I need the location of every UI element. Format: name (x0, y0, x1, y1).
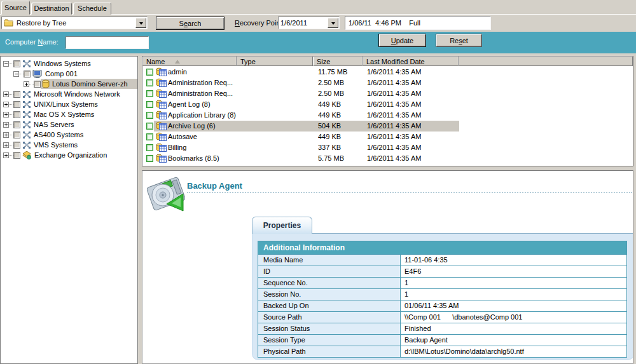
tab-destination[interactable]: Destination (31, 3, 72, 15)
organization-icon (22, 151, 32, 159)
file-row-administration-req-1[interactable]: Administration Req... 2.50 MB 1/6/2011 4… (142, 78, 633, 88)
expand-icon[interactable] (3, 142, 9, 148)
tree-checkbox[interactable] (13, 142, 20, 149)
file-row-admin[interactable]: admin 11.75 MB 1/6/2011 4:35 AM (142, 67, 633, 78)
row-checkbox[interactable] (146, 101, 153, 108)
computer-name-input[interactable] (66, 36, 149, 49)
file-row-autosave[interactable]: Autosave 449 KB 1/6/2011 4:35 AM (142, 131, 633, 142)
expand-icon[interactable] (24, 81, 29, 87)
network-icon (22, 131, 31, 139)
row-value: d:\IBM\Lotus\Domino\data\archlg50.ntf (401, 346, 626, 357)
database-icon (42, 79, 50, 88)
column-header-size[interactable]: Size (313, 57, 363, 66)
tree-item-nas-servers[interactable]: NAS Servers (1, 119, 137, 130)
tree-checkbox[interactable] (34, 81, 41, 88)
tab-source[interactable]: Source (1, 1, 30, 15)
tree-item-unix-linux-systems[interactable]: UNIX/Linux Systems (1, 99, 137, 109)
column-header-filler (459, 57, 633, 66)
row-checkbox[interactable] (146, 123, 153, 130)
row-checkbox[interactable] (146, 155, 153, 162)
tree-checkbox[interactable] (13, 131, 20, 138)
recovery-detail-field[interactable]: 1/06/11 4:46 PM Full (345, 16, 491, 30)
recovery-point-value: 1/6/2011 (279, 19, 328, 27)
file-row-agent-log[interactable]: Agent Log (8) 449 KB 1/6/2011 4:35 AM (142, 99, 633, 110)
network-icon (22, 141, 31, 149)
tab-destination-label: Destination (34, 4, 69, 12)
row-label: Session Type (258, 335, 401, 346)
recovery-point-label: Recovery Point: (235, 19, 284, 27)
tree-item-microsoft-windows-network[interactable]: Microsoft Windows Network (1, 89, 137, 99)
tree-checkbox[interactable] (13, 60, 20, 67)
row-label: ID (258, 266, 401, 277)
notes-database-icon (156, 121, 167, 130)
row-label: Backed Up On (258, 300, 401, 311)
row-value: Backup Agent (401, 335, 626, 346)
table-row: Backed Up On 01/06/11 4:35 AM (258, 300, 626, 311)
expand-icon[interactable] (3, 132, 9, 138)
table-row: Media Name 11-01-06 4:35 (258, 254, 626, 266)
chevron-down-icon (331, 22, 335, 27)
recovery-point-combobox[interactable]: 1/6/2011 (278, 17, 340, 29)
notes-database-icon (156, 143, 167, 152)
update-button[interactable]: Update (378, 34, 426, 47)
collapse-icon[interactable] (13, 71, 19, 77)
tree-item-vms-systems[interactable]: VMS Systems (1, 140, 137, 150)
tree-item-exchange-organization[interactable]: Exchange Organization (1, 150, 137, 160)
title-divider (187, 185, 632, 193)
file-row-archive-log[interactable]: Archive Log (6) 504 KB 1/6/2011 4:35 AM (142, 121, 633, 131)
tree-item-comp-001[interactable]: Comp 001 (1, 69, 137, 79)
tree-checkbox[interactable] (13, 152, 20, 159)
tree-checkbox[interactable] (24, 71, 31, 78)
row-checkbox[interactable] (146, 69, 153, 76)
restore-mode-value: Restore by Tree (15, 19, 135, 27)
notes-database-icon (156, 111, 167, 119)
network-icon (22, 111, 31, 119)
tree-checkbox[interactable] (13, 101, 20, 108)
column-header-name[interactable]: Name (142, 57, 237, 66)
tree-item-as400-systems[interactable]: AS400 Systems (1, 130, 137, 140)
expand-icon[interactable] (3, 91, 9, 97)
tree-checkbox[interactable] (13, 91, 20, 98)
row-value: 11-01-06 4:35 (401, 255, 626, 266)
notes-database-icon (156, 78, 167, 87)
reset-button[interactable]: Reset (436, 34, 482, 47)
row-checkbox[interactable] (146, 144, 153, 151)
file-row-administration-req-2[interactable]: Administration Req... 2.50 MB 1/6/2011 4… (142, 88, 633, 99)
tree-checkbox[interactable] (13, 121, 20, 128)
row-checkbox[interactable] (146, 79, 153, 86)
row-label: Source Path (258, 312, 401, 323)
file-row-bookmarks[interactable]: Bookmarks (8.5) 5.75 MB 1/6/2011 4:35 AM (142, 153, 633, 164)
notes-database-icon (156, 89, 167, 98)
row-checkbox[interactable] (146, 133, 153, 140)
tree-item-lotus-domino-server[interactable]: Lotus Domino Server-zh (1, 79, 137, 89)
expand-icon[interactable] (3, 102, 9, 107)
expand-icon[interactable] (3, 112, 9, 118)
recovery-point-dropdown-button[interactable] (328, 18, 338, 28)
tab-schedule[interactable]: Schedule (73, 3, 111, 15)
network-icon (22, 90, 31, 98)
tab-properties[interactable]: Properties (252, 217, 312, 234)
restore-mode-dropdown-button[interactable] (135, 18, 146, 28)
file-row-billing[interactable]: Billing 337 KB 1/6/2011 4:35 AM (142, 142, 633, 153)
tree-item-windows-systems[interactable]: Windows Systems (1, 58, 137, 69)
table-row: Session Type Backup Agent (258, 334, 626, 346)
row-value: Finished (401, 323, 626, 334)
row-value: 1 (401, 278, 626, 288)
search-button[interactable]: Search (156, 17, 225, 30)
chevron-down-icon (139, 22, 143, 27)
row-checkbox[interactable] (146, 90, 153, 97)
row-value: 01/06/11 4:35 AM (401, 300, 626, 311)
column-header-modified[interactable]: Last Modified Date (363, 57, 459, 66)
expand-icon[interactable] (3, 152, 9, 158)
column-header-type[interactable]: Type (237, 57, 313, 66)
row-label: Physical Path (258, 346, 401, 357)
expand-icon[interactable] (3, 122, 9, 128)
tree-checkbox[interactable] (13, 111, 20, 118)
file-row-application-library[interactable]: Application Library (8) 449 KB 1/6/2011 … (142, 110, 633, 121)
restore-mode-combobox[interactable]: Restore by Tree (1, 17, 148, 29)
row-checkbox[interactable] (146, 112, 153, 119)
file-list-rows: admin 11.75 MB 1/6/2011 4:35 AM Administ… (142, 67, 633, 166)
tree-item-mac-os-x-systems[interactable]: Mac OS X Systems (1, 109, 137, 119)
computer-name-label: Computer Name: (5, 38, 59, 46)
collapse-icon[interactable] (3, 61, 9, 67)
